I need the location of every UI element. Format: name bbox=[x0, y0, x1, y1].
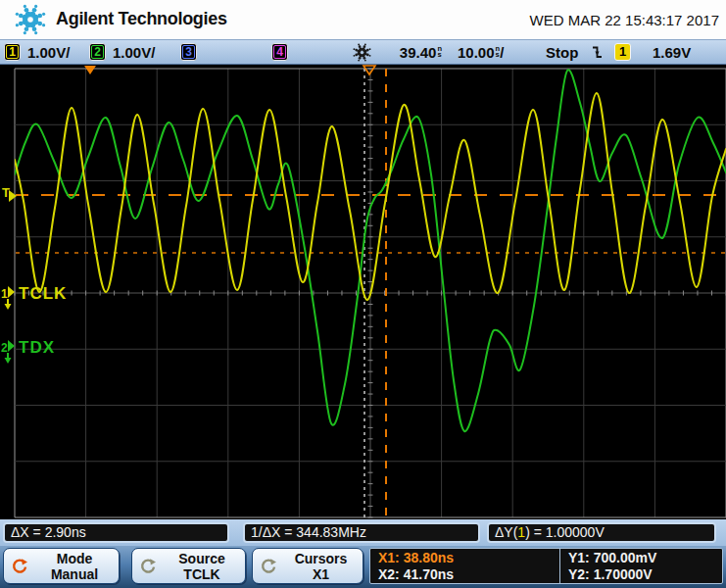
channel-2-number: 2 bbox=[94, 45, 101, 59]
softkey-value: Manual bbox=[30, 566, 119, 582]
timebase-readout: 10.00 ns / bbox=[458, 44, 504, 61]
svg-text:1: 1 bbox=[1, 287, 8, 301]
trigger-level-arrow-icon bbox=[9, 190, 17, 202]
channel-4-number: 4 bbox=[276, 45, 283, 59]
measurement-row: ΔX = 2.90ns 1/ΔX = 344.83MHz ΔY(1) = 1.0… bbox=[0, 519, 726, 546]
delay-readout: 39.40 ns bbox=[377, 44, 442, 61]
knob-icon bbox=[139, 558, 157, 575]
ch2-ground-marker[interactable]: 2 bbox=[1, 340, 15, 364]
delta-y-readout: ΔY(1) = 1.00000V bbox=[487, 522, 716, 543]
svg-text:2: 2 bbox=[1, 341, 8, 355]
softkey-value: X1 bbox=[279, 566, 363, 582]
agilent-logo-icon bbox=[15, 3, 46, 36]
knob-icon bbox=[11, 558, 28, 575]
delay-unit: ns bbox=[437, 44, 442, 58]
softkey-label: Source bbox=[159, 551, 245, 566]
delta-x-readout: ΔX = 2.90ns bbox=[3, 522, 229, 543]
ch1-ground-marker[interactable]: 1 bbox=[1, 286, 15, 310]
cursor-x1-value: X1: 38.80ns bbox=[378, 550, 552, 566]
channel-3-indicator[interactable]: 3 bbox=[180, 43, 197, 61]
label-tclk: TCLK bbox=[19, 284, 67, 303]
trigger-time-markers bbox=[84, 66, 375, 74]
knob-icon bbox=[260, 558, 277, 575]
ch2-arrow-icon bbox=[8, 340, 15, 352]
channel-3-number: 3 bbox=[185, 45, 192, 59]
softkey-value: TCLK bbox=[159, 566, 245, 582]
cursor-x2-value: X2: 41.70ns bbox=[378, 566, 552, 583]
softkey-label: Cursors bbox=[279, 551, 363, 566]
spark-icon bbox=[353, 43, 371, 65]
datetime: WED MAR 22 15:43:17 2017 bbox=[530, 12, 719, 28]
cursor-y1-value: Y1: 700.00mV bbox=[568, 550, 656, 566]
softkey-mode[interactable]: Mode Manual bbox=[3, 548, 120, 584]
scope-display: T 1 TCLK 2 TDX bbox=[0, 65, 726, 519]
trigger-edge-icon bbox=[591, 44, 604, 63]
channel-1-scale: 1.00V/ bbox=[27, 44, 70, 61]
softkey-source[interactable]: Source TCLK bbox=[131, 548, 246, 584]
trigger-source-indicator[interactable]: 1 bbox=[614, 43, 631, 61]
label-tdx: TDX bbox=[19, 338, 55, 357]
header: Agilent Technologies WED MAR 22 15:43:17… bbox=[0, 0, 726, 39]
softkey-label: Mode bbox=[30, 551, 119, 566]
brand-title: Agilent Technologies bbox=[56, 9, 227, 29]
cursor-readout-panel: X1: 38.80ns X2: 41.70ns Y1: 700.00mV Y2:… bbox=[369, 548, 723, 584]
cursor-y2-value: Y2: 1.70000V bbox=[568, 566, 656, 583]
softkey-cursors[interactable]: Cursors X1 bbox=[252, 548, 363, 584]
channel-2-indicator[interactable]: 2 bbox=[89, 43, 106, 61]
channel-1-number: 1 bbox=[9, 45, 16, 59]
channel-1-indicator[interactable]: 1 bbox=[4, 43, 21, 61]
inverse-delta-x-readout: 1/ΔX = 344.83MHz bbox=[243, 522, 480, 543]
softkey-menu: Mode Manual Source TCLK Cursors X1 X1: 3… bbox=[0, 546, 726, 588]
run-state: Stop bbox=[546, 44, 578, 61]
ch1-arrow-icon bbox=[8, 286, 15, 298]
trigger-level: 1.69V bbox=[653, 44, 691, 61]
channel-4-indicator[interactable]: 4 bbox=[271, 43, 288, 61]
trigger-level-label: T bbox=[2, 185, 10, 200]
channel-2-scale: 1.00V/ bbox=[113, 44, 155, 61]
delay-reference-icon bbox=[363, 66, 375, 74]
status-bar: 1 1.00V/ 2 1.00V/ 3 4 39.40 ns 10.00 ns … bbox=[0, 39, 726, 65]
